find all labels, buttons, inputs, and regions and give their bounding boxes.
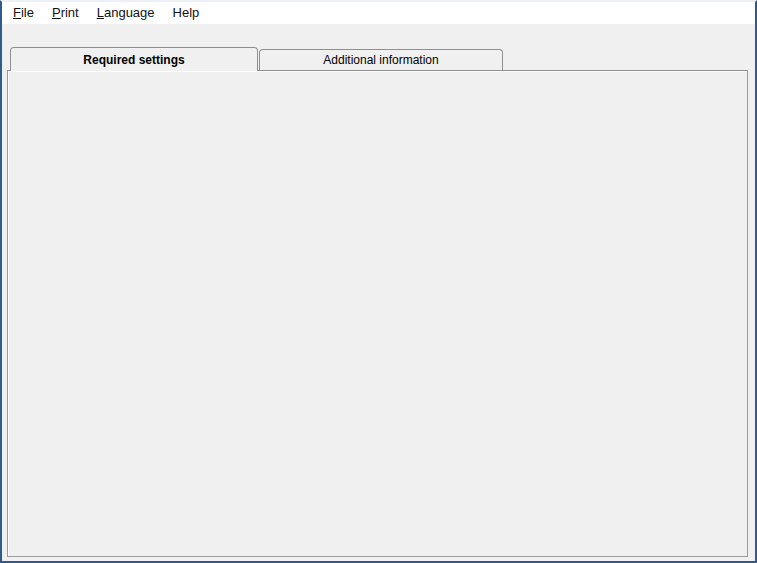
menu-file[interactable]: File [4, 2, 43, 24]
tab-page-required-settings [7, 70, 748, 557]
menu-language[interactable]: Language [88, 2, 164, 24]
tab-required-settings-label: Required settings [83, 53, 184, 67]
tab-additional-information[interactable]: Additional information [259, 49, 503, 70]
menu-bar: FilePrintLanguageHelp [2, 2, 757, 24]
tab-additional-information-label: Additional information [323, 53, 438, 67]
menu-help[interactable]: Help [164, 2, 209, 24]
app-window: FilePrintLanguageHelp Required settings … [0, 0, 757, 563]
menu-print[interactable]: Print [43, 2, 88, 24]
tab-required-settings[interactable]: Required settings [10, 47, 258, 71]
